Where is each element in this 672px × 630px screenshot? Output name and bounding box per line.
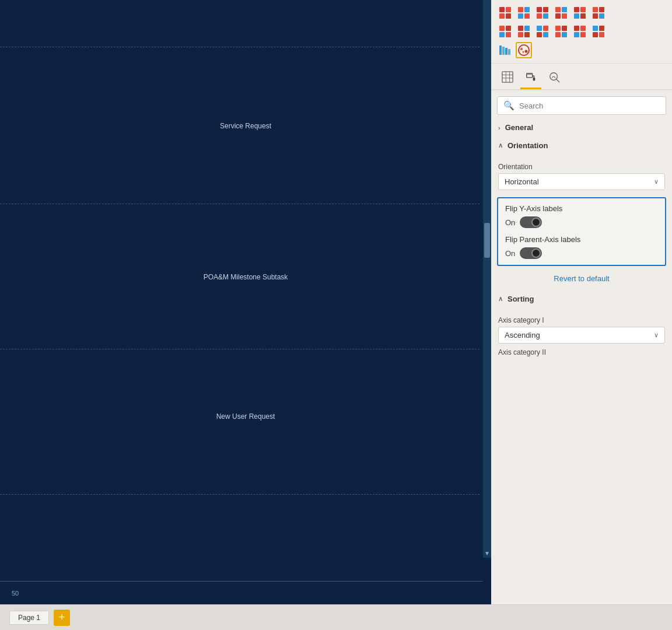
orientation-chevron-down-icon: ∨ xyxy=(654,178,659,186)
flip-y-toggle[interactable]: ☞ xyxy=(520,216,542,228)
svg-point-54 xyxy=(525,50,528,53)
svg-rect-40 xyxy=(574,26,579,31)
svg-rect-18 xyxy=(574,13,579,19)
orientation-section-header[interactable]: ∧ Orientation xyxy=(491,136,672,155)
svg-rect-16 xyxy=(574,7,579,12)
right-panel: 🔍 › General ∧ Orientation Orientation Ho… xyxy=(491,0,672,604)
scroll-arrow-down[interactable]: ▼ xyxy=(484,550,490,556)
flip-parent-toggle-thumb xyxy=(531,249,541,258)
svg-rect-50 xyxy=(505,48,508,55)
svg-rect-6 xyxy=(518,13,523,19)
dashed-line-1 xyxy=(0,47,480,47)
svg-rect-63 xyxy=(533,77,536,80)
general-section-header[interactable]: › General xyxy=(491,118,672,136)
dashed-line-4 xyxy=(0,494,480,495)
svg-rect-29 xyxy=(524,26,530,31)
search-input[interactable] xyxy=(519,102,660,110)
svg-rect-5 xyxy=(524,7,530,12)
svg-rect-22 xyxy=(593,13,598,19)
axis-cat1-dropdown[interactable]: Ascending ∨ xyxy=(498,327,665,344)
chart-area: Service Request POA&M Milestone Subtask … xyxy=(0,0,491,604)
sorting-chevron: ∧ xyxy=(498,295,503,303)
vertical-scrollbar[interactable]: ▼ xyxy=(483,0,491,558)
viz-icon-7[interactable] xyxy=(497,23,513,40)
orientation-field-label: Orientation xyxy=(498,163,665,171)
viz-icon-4[interactable] xyxy=(553,5,569,21)
chart-content: Service Request POA&M Milestone Subtask … xyxy=(0,0,491,581)
svg-rect-33 xyxy=(543,26,548,31)
svg-rect-7 xyxy=(524,13,530,19)
revert-to-default-button[interactable]: Revert to default xyxy=(497,270,666,288)
scrollbar-thumb[interactable] xyxy=(484,223,490,258)
tab-bar xyxy=(491,64,672,90)
svg-rect-24 xyxy=(499,26,505,31)
svg-rect-25 xyxy=(506,26,511,31)
viz-icon-14-active[interactable] xyxy=(516,42,532,58)
sorting-content: Axis category I Ascending ∨ Axis categor… xyxy=(491,308,672,362)
orientation-content: Orientation Horizontal ∨ xyxy=(491,155,672,194)
flip-parent-toggle-track xyxy=(520,247,542,259)
viz-icon-13[interactable] xyxy=(497,42,513,58)
viz-icon-row-3 xyxy=(497,42,666,58)
svg-point-55 xyxy=(523,51,524,53)
svg-rect-1 xyxy=(506,7,511,12)
svg-rect-4 xyxy=(518,7,523,12)
panel-scroll[interactable]: › General ∧ Orientation Orientation Hori… xyxy=(491,118,672,604)
svg-rect-39 xyxy=(562,32,567,37)
flip-y-label: Flip Y-Axis labels xyxy=(505,204,658,213)
svg-rect-21 xyxy=(599,7,604,12)
tab-analytics[interactable] xyxy=(544,68,565,89)
chart-label-service-request: Service Request xyxy=(0,122,491,130)
viz-icon-1[interactable] xyxy=(497,5,513,21)
sorting-section-header[interactable]: ∧ Sorting xyxy=(491,290,672,308)
svg-line-65 xyxy=(556,79,559,82)
svg-rect-0 xyxy=(499,7,505,12)
svg-rect-17 xyxy=(580,7,586,12)
orientation-value: Horizontal xyxy=(505,177,539,186)
axis-cat1-field-label: Axis category I xyxy=(498,316,665,324)
svg-rect-23 xyxy=(599,13,604,19)
viz-icon-8[interactable] xyxy=(516,23,532,40)
search-box[interactable]: 🔍 xyxy=(497,96,666,115)
viz-icon-row-2 xyxy=(497,23,666,40)
tab-fields[interactable] xyxy=(497,68,518,89)
viz-icon-12[interactable] xyxy=(590,23,607,40)
svg-rect-32 xyxy=(537,26,542,31)
svg-rect-49 xyxy=(502,47,505,55)
svg-point-52 xyxy=(519,45,529,55)
svg-rect-19 xyxy=(580,13,586,19)
tab-format[interactable] xyxy=(520,68,541,89)
search-icon: 🔍 xyxy=(503,100,514,111)
orientation-label: Orientation xyxy=(508,141,548,150)
viz-icon-2[interactable] xyxy=(516,5,532,21)
page-1-tab[interactable]: Page 1 xyxy=(9,611,49,625)
viz-icon-11[interactable] xyxy=(572,23,588,40)
viz-icon-6[interactable] xyxy=(590,5,607,21)
svg-rect-3 xyxy=(506,13,511,19)
orientation-dropdown[interactable]: Horizontal ∨ xyxy=(498,173,665,190)
svg-point-53 xyxy=(520,48,523,50)
svg-rect-34 xyxy=(537,32,542,37)
svg-rect-35 xyxy=(543,32,548,37)
viz-icon-5[interactable] xyxy=(572,5,588,21)
svg-rect-9 xyxy=(543,7,548,12)
svg-rect-43 xyxy=(580,32,586,37)
flip-parent-toggle[interactable] xyxy=(520,247,542,259)
main-area: Service Request POA&M Milestone Subtask … xyxy=(0,0,672,604)
svg-rect-12 xyxy=(555,7,561,12)
viz-icon-grid xyxy=(491,0,672,64)
x-axis-area: 50 xyxy=(0,581,483,604)
svg-rect-46 xyxy=(593,32,598,37)
svg-rect-15 xyxy=(562,13,567,19)
svg-rect-27 xyxy=(506,32,511,37)
svg-rect-62 xyxy=(527,73,533,75)
add-page-button[interactable]: + xyxy=(54,610,70,626)
dashed-line-2 xyxy=(0,204,480,204)
flip-y-container: Flip Y-Axis labels On ☞ xyxy=(505,204,658,228)
axis-cat1-chevron-down-icon: ∨ xyxy=(654,331,659,339)
viz-icon-3[interactable] xyxy=(534,5,551,21)
viz-icon-10[interactable] xyxy=(553,23,569,40)
viz-icon-9[interactable] xyxy=(534,23,551,40)
chart-label-new-user: New User Request xyxy=(0,412,491,421)
bottom-bar: Page 1 + xyxy=(0,604,672,630)
